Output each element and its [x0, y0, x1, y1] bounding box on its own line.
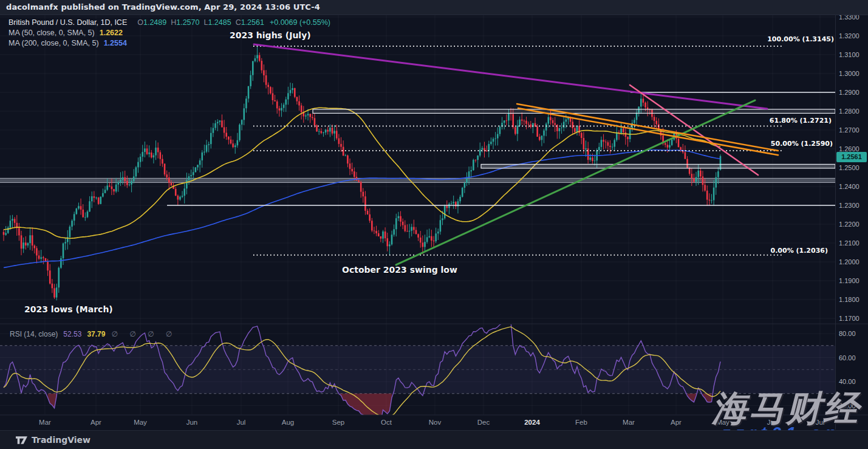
time-axis-label: 2024 — [524, 419, 540, 426]
fib-label-618: 61.80% (1.2721) — [759, 117, 832, 125]
time-axis-label: Mar — [39, 419, 51, 426]
close-label: C — [236, 18, 241, 27]
time-axis-label: Jul — [237, 419, 246, 426]
symbol-title[interactable]: British Pound / U.S. Dollar, 1D, ICE — [9, 18, 127, 27]
time-axis-label: Apr — [671, 419, 682, 426]
time-axis-label: Dec — [477, 419, 490, 426]
high-label: H — [171, 18, 176, 27]
symbol-row[interactable]: British Pound / U.S. Dollar, 1D, ICEO1.2… — [9, 18, 330, 28]
time-axis-label: Mar — [623, 419, 635, 426]
price-axis-label: 1.2800 — [839, 108, 859, 115]
time-axis-label: Sep — [332, 419, 344, 426]
price-axis-label: 1.2100 — [839, 239, 859, 247]
tradingview-brand[interactable]: TradingView — [16, 435, 91, 445]
last-price-badge: 1.2561 — [836, 152, 867, 162]
price-axis-label: 1.2900 — [839, 89, 859, 96]
time-axis-label: Oct — [381, 419, 392, 426]
price-axis-label: 1.2300 — [839, 202, 859, 209]
close-value: 1.2561 — [241, 18, 264, 27]
tradingview-chart-page: 1.17001.18001.19001.20001.21001.22001.23… — [0, 0, 868, 449]
rsi-empty-values: ∅ ∅ ∅ ∅ — [111, 330, 177, 338]
annotation-2023-lows: 2023 lows (March) — [24, 304, 113, 314]
fib-label-0: 0.00% (1.2036) — [755, 247, 828, 255]
rsi-value: 52.53 — [63, 330, 81, 338]
ma50-value: 1.2622 — [100, 29, 123, 37]
rsi-axis-label: 80.00 — [839, 330, 856, 337]
low-value: 1.2485 — [208, 18, 231, 27]
price-axis-label: 1.2000 — [839, 258, 859, 266]
price-axis-label: 1.2200 — [839, 221, 859, 228]
ma200-label[interactable]: MA (200, close, 0, SMA, 5) — [9, 39, 99, 47]
time-axis-label: Feb — [575, 419, 587, 426]
open-value: 1.2489 — [143, 18, 166, 27]
price-axis-label: 1.3200 — [839, 32, 859, 39]
time-axis-label: Nov — [429, 419, 442, 426]
time-axis-label: Apr — [91, 419, 101, 426]
ma50-label[interactable]: MA (50, close, 0, SMA, 5) — [9, 29, 95, 37]
annotation-2023-highs: 2023 highs (July) — [230, 30, 311, 40]
fib-label-50: 50.00% (1.2590) — [760, 140, 833, 148]
high-value: 1.2570 — [176, 18, 199, 27]
change-value: +0.0069 (+0.55%) — [270, 18, 330, 27]
rsi-label[interactable]: RSI (14, close) — [10, 330, 58, 338]
price-axis-label: 1.2700 — [839, 126, 859, 134]
publish-header: dacolmanfx published on TradingView.com,… — [0, 0, 868, 15]
open-label: O — [137, 18, 143, 27]
time-axis-label: Jun — [186, 419, 198, 426]
rsi-legend[interactable]: RSI (14, close)52.5337.79∅ ∅ ∅ ∅ — [10, 330, 177, 338]
fib-label-100: 100.00% (1.3145) — [761, 35, 834, 43]
rsi-axis-label: 60.00 — [839, 354, 856, 362]
bottom-bar: TradingView — [0, 430, 868, 449]
price-axis-label: 1.1800 — [839, 296, 859, 303]
price-axis-label: 1.2500 — [839, 164, 859, 171]
price-axis-label: 1.3100 — [839, 51, 859, 58]
price-axis-label: 1.3000 — [839, 70, 859, 77]
publish-title: dacolmanfx published on TradingView.com,… — [6, 2, 320, 12]
rsi-band — [0, 346, 835, 394]
price-axis-label: 1.2400 — [839, 183, 859, 190]
price-axis-label: 1.1700 — [839, 315, 859, 322]
price-axis-label: 1.1900 — [839, 277, 859, 284]
rsi-ma-value: 37.79 — [87, 330, 105, 338]
ma200-value: 1.2554 — [104, 39, 127, 47]
tradingview-brand-text: TradingView — [32, 435, 91, 445]
price-chart-canvas[interactable]: 1.17001.18001.19001.20001.21001.22001.23… — [0, 0, 868, 449]
tradingview-logo-icon — [16, 436, 27, 445]
annotation-october-swing-low: October 2023 swing low — [342, 265, 457, 275]
time-axis-label: Aug — [282, 419, 294, 426]
rsi-axis-label: 40.00 — [839, 378, 856, 385]
time-axis-label: May — [134, 419, 147, 426]
